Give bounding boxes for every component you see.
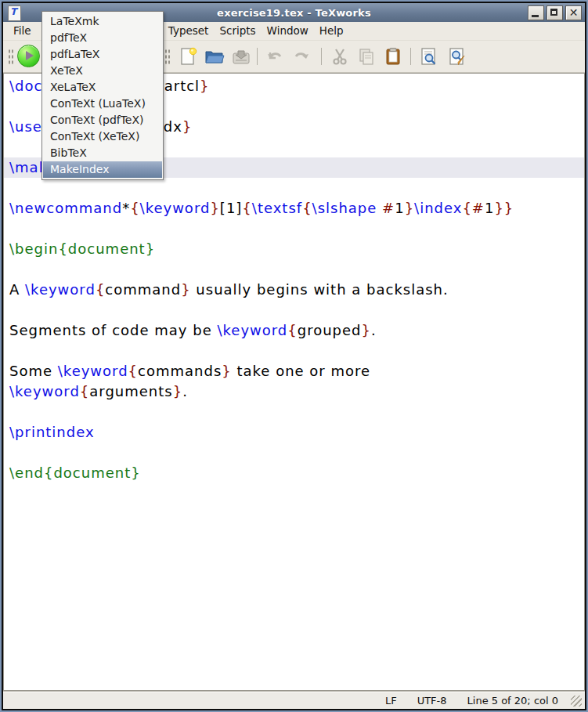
typeset-option-pdflatex[interactable]: pdfLaTeX [43, 46, 162, 63]
typeset-option-xetex[interactable]: XeTeX [43, 63, 162, 79]
find-button[interactable] [418, 45, 440, 67]
code-line-12[interactable] [9, 300, 584, 320]
minimize-button[interactable] [528, 5, 544, 20]
code-segment: \keyword [140, 200, 211, 216]
cursor-position-indicator: Line 5 of 20; col 0 [467, 695, 558, 707]
replace-button[interactable] [446, 45, 468, 67]
code-segment: # [472, 200, 485, 216]
code-line-18[interactable]: \printindex [9, 422, 584, 443]
typeset-option-context-pdftex[interactable]: ConTeXt (pdfTeX) [43, 112, 162, 128]
code-segment: A [9, 281, 25, 298]
typeset-run-button[interactable] [17, 45, 40, 67]
code-segment: take one or more [232, 363, 370, 379]
code-segment: \slshape [312, 200, 377, 216]
code-line-17[interactable] [9, 402, 584, 422]
code-segment: { [242, 200, 251, 216]
minimize-icon [532, 15, 539, 17]
code-segment: } [210, 200, 219, 216]
new-document-icon [178, 46, 198, 67]
paste-button[interactable] [382, 45, 404, 67]
code-segment: \textsf [252, 200, 302, 216]
undo-icon [264, 46, 284, 67]
code-segment: 1 [485, 200, 494, 216]
code-line-8[interactable] [9, 219, 584, 239]
code-segment: . [371, 322, 377, 338]
code-line-7[interactable]: \newcommand*{\keyword}[1]{\textsf{\slsha… [9, 198, 584, 219]
code-segment: . [182, 383, 188, 399]
code-segment: \keyword [217, 322, 287, 338]
typeset-option-context-xetex[interactable]: ConTeXt (XeTeX) [43, 128, 162, 145]
code-segment: } [362, 322, 371, 338]
code-segment: { [302, 200, 312, 216]
typeset-option-xelatex[interactable]: XeLaTeX [43, 79, 162, 96]
save-button[interactable] [230, 45, 252, 67]
close-button[interactable]: ✕ [565, 5, 582, 20]
typeset-option-bibtex[interactable]: BibTeX [43, 145, 162, 161]
code-segment: 1 [395, 200, 404, 216]
code-segment: \keyword [58, 363, 128, 379]
line-ending-indicator: LF [385, 695, 397, 707]
typeset-option-latexmk[interactable]: LaTeXmk [43, 13, 162, 30]
typeset-option-context-luatex[interactable]: ConTeXt (LuaTeX) [43, 96, 162, 112]
code-line-6[interactable] [9, 178, 584, 198]
code-line-14[interactable] [9, 341, 584, 361]
code-segment: } [405, 200, 414, 216]
code-line-11[interactable]: A \keyword{command} usually begins with … [9, 280, 584, 300]
menu-window[interactable]: Window [262, 22, 314, 40]
cut-button[interactable] [329, 45, 351, 67]
status-bar: LF UTF-8 Line 5 of 20; col 0 [3, 691, 585, 709]
menu-file[interactable]: File [8, 22, 37, 40]
typeset-option-pdftex[interactable]: pdfTeX [43, 30, 162, 46]
code-segment: # [382, 200, 395, 216]
code-line-19[interactable] [9, 443, 584, 463]
encoding-indicator: UTF-8 [417, 695, 447, 707]
find-icon [419, 46, 439, 67]
code-line-9[interactable]: \begin{document} [9, 239, 584, 259]
code-segment: \newcommand [9, 200, 122, 216]
code-segment: } [200, 78, 209, 94]
undo-button[interactable] [263, 45, 285, 67]
code-segment: grouped [298, 322, 362, 338]
resize-grip[interactable] [571, 696, 582, 707]
menu-help[interactable]: Help [314, 22, 349, 40]
new-document-button[interactable] [177, 45, 199, 67]
typeset-engine-menu: LaTeXmkpdfTeXpdfLaTeXXeTeXXeLaTeXConTeXt… [41, 11, 164, 180]
code-segment: arguments [89, 383, 172, 399]
code-line-13[interactable]: Segments of code may be \keyword{grouped… [9, 320, 584, 341]
code-segment: } [181, 281, 190, 298]
menu-typeset[interactable]: Typeset [163, 22, 215, 40]
open-button[interactable] [204, 45, 225, 67]
copy-button[interactable] [355, 45, 377, 67]
redo-icon [292, 46, 312, 67]
cut-scissors-icon [330, 46, 350, 67]
redo-button[interactable] [291, 45, 313, 67]
code-segment: usually begins with a backslash. [191, 281, 449, 298]
paste-clipboard-icon [383, 46, 403, 67]
code-line-10[interactable] [9, 259, 584, 280]
code-segment: Some [9, 363, 58, 379]
typeset-option-makeindex[interactable]: MakeIndex [43, 161, 162, 178]
code-segment: [1] [220, 200, 243, 216]
replace-icon [447, 46, 467, 67]
code-segment: \index [414, 200, 462, 216]
code-segment: } [182, 118, 192, 135]
code-segment: \keyword [25, 281, 96, 298]
toolbar-separator [410, 48, 411, 65]
code-segment: * [122, 200, 130, 216]
code-segment: { [130, 200, 139, 216]
code-line-20[interactable]: \end{document} [9, 463, 584, 483]
close-icon: ✕ [566, 6, 581, 20]
code-line-16[interactable]: \keyword{arguments}. [9, 381, 584, 402]
maximize-button[interactable] [547, 5, 563, 20]
toolbar-separator [321, 48, 322, 65]
toolbar-drag-handle[interactable] [8, 48, 14, 65]
code-segment: \printindex [9, 424, 95, 440]
menu-scripts[interactable]: Scripts [214, 22, 261, 40]
code-segment: Segments of code may be [9, 322, 217, 338]
code-segment: { [80, 383, 89, 399]
maximize-icon [550, 9, 557, 16]
toolbar-separator [257, 48, 258, 65]
open-folder-icon [204, 46, 225, 67]
code-line-15[interactable]: Some \keyword{commands} take one or more [9, 361, 584, 381]
toolbar-drag-handle[interactable] [164, 48, 171, 65]
